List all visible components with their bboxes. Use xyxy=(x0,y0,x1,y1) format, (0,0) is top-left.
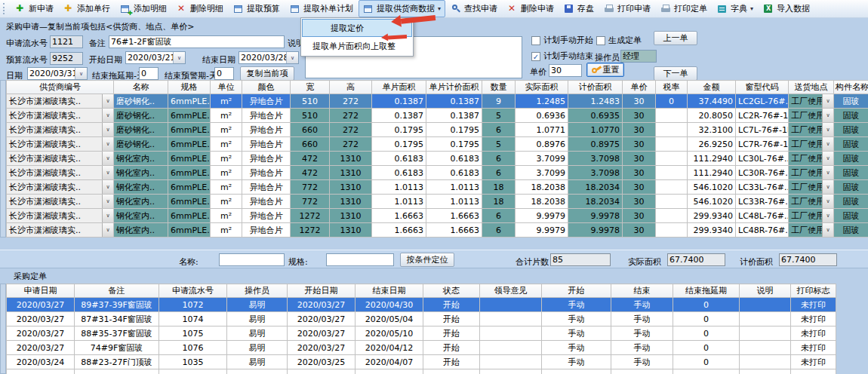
cell[interactable]: 30 xyxy=(623,123,656,137)
toolbar-button[interactable]: 添加明细 xyxy=(115,0,171,17)
dropdown-arrow-icon[interactable]: ∨ xyxy=(822,123,833,136)
cell[interactable] xyxy=(656,152,688,166)
cell[interactable]: 1.0771 xyxy=(516,123,568,137)
cell[interactable]: 6 xyxy=(482,223,516,238)
reset-button[interactable]: 重置 xyxy=(586,63,624,77)
cell[interactable]: 手动 xyxy=(542,355,611,369)
column-header[interactable]: 构件名称 xyxy=(834,81,868,94)
cell[interactable]: 异地合片 xyxy=(242,152,291,166)
cell[interactable]: 易明 xyxy=(227,341,288,355)
cell[interactable]: 2020/03/27 xyxy=(288,298,356,312)
toolbar-button[interactable]: 新申请 xyxy=(11,0,58,17)
cell[interactable]: 长沙市潇湘玻璃实..∨ xyxy=(7,180,114,195)
cell[interactable]: 工厂使用∨ xyxy=(789,152,834,166)
cell[interactable]: 1310 xyxy=(330,180,372,195)
cell[interactable]: 固玻 xyxy=(834,195,868,209)
cell[interactable]: 0.1387 xyxy=(426,109,482,123)
cell[interactable] xyxy=(656,209,688,223)
cell[interactable]: 0.6183 xyxy=(372,166,426,180)
cell[interactable]: 1.6663 xyxy=(426,223,482,238)
operator-input[interactable] xyxy=(620,50,657,63)
name-filter-input[interactable] xyxy=(219,253,285,266)
cell[interactable]: 1.6663 xyxy=(372,223,426,238)
cell[interactable]: 6 xyxy=(482,123,516,137)
cell[interactable]: LC30L-76#.. xyxy=(736,152,789,166)
delay-input[interactable] xyxy=(139,67,159,80)
cell[interactable]: 9 xyxy=(482,94,516,109)
cell[interactable] xyxy=(673,369,740,374)
dropdown-arrow-icon[interactable]: ∨ xyxy=(102,209,113,222)
cell[interactable]: 0.1387 xyxy=(372,94,426,109)
cell[interactable] xyxy=(480,355,542,369)
cell[interactable]: 272 xyxy=(330,109,372,123)
cell[interactable]: 1074 xyxy=(159,312,227,326)
cell[interactable]: m² xyxy=(211,209,242,223)
cell[interactable]: 易明 xyxy=(227,355,288,369)
cell[interactable]: m² xyxy=(211,223,242,238)
cell[interactable] xyxy=(480,326,542,341)
toolbar-button[interactable]: 导入数据 xyxy=(759,0,814,17)
cell[interactable]: 固玻 xyxy=(834,180,868,195)
cell[interactable]: 111.2940 xyxy=(688,152,736,166)
toolbar-button[interactable]: 字典▾ xyxy=(713,0,758,17)
cell[interactable]: 0.1795 xyxy=(426,123,482,137)
cell[interactable] xyxy=(611,369,673,374)
cell[interactable]: 固玻 xyxy=(834,94,868,109)
toolbar-button[interactable]: 删除申请 xyxy=(503,0,559,17)
cell[interactable]: LC2GL-76#.. xyxy=(736,94,789,109)
cell[interactable]: 88#35-37F窗固玻 xyxy=(75,326,159,341)
dropdown-arrow-icon[interactable]: ∨ xyxy=(822,180,833,194)
cell[interactable]: 18.2038 xyxy=(516,195,568,209)
cell[interactable]: 长沙市潇湘玻璃实..∨ xyxy=(7,166,114,180)
cell[interactable]: 固玻 xyxy=(834,152,868,166)
cell[interactable]: 2020/03/25 xyxy=(288,355,356,369)
cell[interactable]: 0.1795 xyxy=(426,137,482,152)
cell[interactable]: 6mmPLE.. xyxy=(168,94,211,109)
cell[interactable]: 6mmPLE.. xyxy=(168,180,211,195)
cell[interactable]: 长沙市潇湘玻璃实..∨ xyxy=(7,137,114,152)
cell[interactable]: m² xyxy=(211,123,242,137)
cell[interactable]: 异地合片 xyxy=(242,123,291,137)
cell[interactable]: 3.7099 xyxy=(516,166,568,180)
next-order-button[interactable]: 下一单 xyxy=(654,66,697,81)
dropdown-arrow-icon[interactable]: ∨ xyxy=(102,137,113,151)
column-header[interactable]: 结束 xyxy=(611,284,673,298)
cell[interactable]: 6mmPLE.. xyxy=(168,209,211,223)
cell[interactable]: 长沙市潇湘玻璃实..∨ xyxy=(7,223,114,238)
cell[interactable]: 472 xyxy=(291,166,330,180)
cell[interactable]: 6mmPLE.. xyxy=(168,123,211,137)
cell[interactable]: 钢化室内.. xyxy=(114,223,168,238)
cell[interactable]: 磨砂钢化.. xyxy=(114,123,168,137)
cell[interactable]: 易明 xyxy=(227,326,288,341)
column-header[interactable]: 税率 xyxy=(656,81,688,94)
cell[interactable] xyxy=(480,369,542,374)
cell[interactable]: 未打印 xyxy=(791,312,836,326)
chevron-down-icon[interactable]: ∨ xyxy=(286,52,298,63)
cell[interactable]: 固玻 xyxy=(834,137,868,152)
column-header[interactable]: 申请流水号 xyxy=(159,284,227,298)
cell[interactable]: 0.6183 xyxy=(426,166,482,180)
cell[interactable]: 易明 xyxy=(227,312,288,326)
column-header[interactable]: 备注 xyxy=(75,284,159,298)
cell[interactable]: 工厂使用∨ xyxy=(789,94,834,109)
dropdown-arrow-icon[interactable]: ∨ xyxy=(102,123,113,136)
cell[interactable]: 660 xyxy=(291,137,330,152)
cell[interactable]: 手动 xyxy=(542,298,611,312)
cell[interactable]: 固玻 xyxy=(834,209,868,223)
cell[interactable]: 2020/03/27 xyxy=(7,326,75,341)
cell[interactable]: LC33L-76#.. xyxy=(736,180,789,195)
column-header[interactable]: 实际面积 xyxy=(516,81,568,94)
cell[interactable] xyxy=(227,369,288,374)
cell[interactable]: 1035 xyxy=(159,355,227,369)
cell[interactable]: 手动 xyxy=(542,312,611,326)
column-header[interactable]: 申请日期 xyxy=(7,284,75,298)
column-header[interactable]: 计价面积 xyxy=(568,81,623,94)
cell[interactable]: 2020/03/27 xyxy=(288,341,356,355)
cell[interactable]: 2020/05/10 xyxy=(356,326,423,341)
cell[interactable]: 磨砂钢化.. xyxy=(114,137,168,152)
cell[interactable]: 开始 xyxy=(423,341,480,355)
checkbox-checked-icon[interactable]: ✓ xyxy=(531,52,540,61)
cell[interactable]: 异地合片 xyxy=(242,180,291,195)
cell[interactable]: 异地合片 xyxy=(242,137,291,152)
cell[interactable]: 74#9F窗固玻 xyxy=(75,341,159,355)
